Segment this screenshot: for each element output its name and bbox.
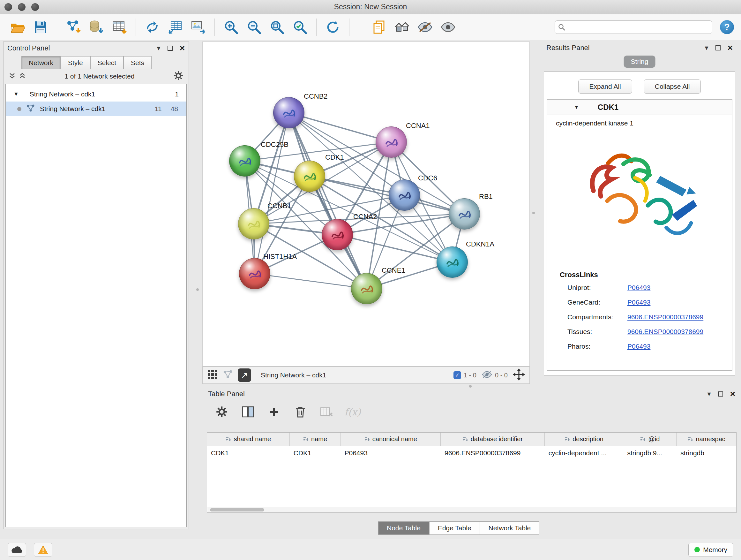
network-node-ccna1[interactable] xyxy=(376,126,407,158)
tab-style[interactable]: Style xyxy=(61,56,90,69)
tab-node-table[interactable]: Node Table xyxy=(378,521,429,535)
network-table-icon[interactable] xyxy=(165,17,186,38)
close-window-button[interactable] xyxy=(4,3,12,11)
crosslink-link-compartments[interactable]: 9606.ENSP00000378699 xyxy=(627,313,703,321)
network-node-cdc25b[interactable] xyxy=(229,145,260,177)
panel-menu-icon[interactable]: ▾ xyxy=(705,44,709,51)
search-input[interactable] xyxy=(568,23,705,31)
network-node-cdkn1a[interactable] xyxy=(436,246,468,278)
pan-move-icon[interactable] xyxy=(513,368,525,382)
cell-id[interactable]: stringdb:9... xyxy=(623,446,677,460)
warnings-button[interactable] xyxy=(34,543,52,557)
birdseye-home-icon[interactable] xyxy=(392,17,413,38)
function-builder-icon[interactable]: f(x) xyxy=(345,404,360,420)
close-panel-icon[interactable]: × xyxy=(180,43,185,53)
crosslink-link-genecard[interactable]: P06493 xyxy=(627,299,650,306)
float-panel-icon[interactable] xyxy=(716,45,721,51)
add-column-plus-icon[interactable] xyxy=(266,404,282,420)
network-collection-row[interactable]: ▼ String Network – cdk1 1 xyxy=(6,87,186,102)
cell-shared-name[interactable]: CDK1 xyxy=(207,446,290,460)
tab-edge-table[interactable]: Edge Table xyxy=(429,521,480,535)
memory-button[interactable]: Memory xyxy=(688,543,733,557)
maximize-window-button[interactable] xyxy=(31,3,39,11)
open-session-icon[interactable] xyxy=(7,17,28,38)
float-panel-icon[interactable] xyxy=(167,46,173,51)
collection-disclosure-icon[interactable]: ▼ xyxy=(13,91,19,98)
panel-menu-icon[interactable]: ▾ xyxy=(708,390,711,397)
delete-column-trash-icon[interactable] xyxy=(292,404,308,420)
birdseye-view-toggle[interactable]: ↗ xyxy=(238,368,251,382)
crosslink-link-pharos[interactable]: P06493 xyxy=(627,343,650,350)
crosslink-link-tissues[interactable]: 9606.ENSP00000378699 xyxy=(627,328,703,335)
expand-all-button[interactable]: Expand All xyxy=(578,79,632,94)
column-header[interactable]: namespac xyxy=(677,433,736,446)
show-graphics-details-icon[interactable] xyxy=(437,17,459,38)
network-options-gear-icon[interactable] xyxy=(173,71,184,82)
import-network-from-database-icon[interactable] xyxy=(86,17,107,38)
column-header[interactable]: canonical name xyxy=(341,433,441,446)
zoom-out-icon[interactable] xyxy=(244,17,265,38)
column-header[interactable]: name xyxy=(290,433,341,446)
tab-network-table[interactable]: Network Table xyxy=(480,521,540,535)
import-network-icon[interactable] xyxy=(63,17,84,38)
splitter-handle[interactable] xyxy=(469,385,472,388)
table-row[interactable]: CDK1 CDK1 P06493 9606.ENSP00000378699 cy… xyxy=(207,446,736,460)
column-header[interactable]: description xyxy=(545,433,623,446)
table-settings-gear-icon[interactable] xyxy=(214,404,230,420)
grid-view-icon[interactable] xyxy=(207,369,218,381)
column-header[interactable]: database identifier xyxy=(441,433,545,446)
string-results-tab[interactable]: String xyxy=(624,56,656,68)
export-image-icon[interactable] xyxy=(188,17,209,38)
tab-network[interactable]: Network xyxy=(21,56,61,69)
cell-database-identifier[interactable]: 9606.ENSP00000378699 xyxy=(441,446,545,460)
show-columns-icon[interactable] xyxy=(240,404,256,420)
zoom-in-icon[interactable] xyxy=(220,17,242,38)
zoom-selected-icon[interactable] xyxy=(289,17,311,38)
network-node-cdc6[interactable] xyxy=(389,179,420,211)
import-table-icon[interactable] xyxy=(109,17,130,38)
gene-header[interactable]: ▼ CDK1 xyxy=(547,100,732,115)
help-icon[interactable]: ? xyxy=(720,20,734,34)
crosslink-link-uniprot[interactable]: P06493 xyxy=(627,284,650,292)
network-node-hist1h1a[interactable] xyxy=(239,258,270,289)
float-panel-icon[interactable] xyxy=(718,391,723,396)
save-session-icon[interactable] xyxy=(30,17,51,38)
network-node-cdk1[interactable] xyxy=(294,161,325,192)
collapse-all-networks-icon[interactable] xyxy=(9,72,16,80)
network-node-ccnb1[interactable] xyxy=(238,208,269,240)
close-panel-icon[interactable]: × xyxy=(728,43,733,53)
network-node-ccna2[interactable] xyxy=(322,219,353,250)
collapse-all-button[interactable]: Collapse All xyxy=(644,79,701,94)
horizontal-scrollbar[interactable] xyxy=(207,507,736,512)
selected-checkbox-icon[interactable]: ✓ xyxy=(454,371,461,379)
new-network-from-selection-icon[interactable] xyxy=(142,17,163,38)
panel-menu-icon[interactable]: ▾ xyxy=(157,45,160,52)
delete-table-icon[interactable] xyxy=(319,404,334,420)
hide-graphics-details-icon[interactable] xyxy=(414,17,435,38)
minimize-window-button[interactable] xyxy=(18,3,25,11)
zoom-fit-icon[interactable] xyxy=(266,17,287,38)
gene-disclosure-icon[interactable]: ▼ xyxy=(574,104,579,111)
toolbar-search[interactable] xyxy=(555,20,712,34)
network-row-selected[interactable]: String Network – cdk1 11 48 xyxy=(6,102,186,116)
expand-all-networks-icon[interactable] xyxy=(19,72,26,80)
network-node-ccne1[interactable] xyxy=(351,273,382,304)
cell-namespace[interactable]: stringdb xyxy=(677,446,736,460)
splitter-handle[interactable] xyxy=(196,288,199,291)
share-network-icon[interactable] xyxy=(223,370,232,380)
cell-canonical-name[interactable]: P06493 xyxy=(341,446,441,460)
refresh-icon[interactable] xyxy=(322,17,343,38)
cloud-status-button[interactable] xyxy=(8,543,26,557)
cell-description[interactable]: cyclin-dependent ... xyxy=(545,446,623,460)
column-header[interactable]: @id xyxy=(623,433,677,446)
close-panel-icon[interactable]: × xyxy=(730,389,735,399)
column-header[interactable]: shared name xyxy=(207,433,290,446)
network-node-ccnb2[interactable] xyxy=(273,97,305,128)
snapshot-documents-icon[interactable] xyxy=(368,17,390,38)
network-node-rb1[interactable] xyxy=(449,198,480,230)
splitter-handle[interactable] xyxy=(532,212,535,214)
tab-select[interactable]: Select xyxy=(90,56,124,69)
tab-sets[interactable]: Sets xyxy=(124,56,151,69)
network-view-canvas[interactable]: CCNB2CCNA1CDC25BCDK1CDC6RB1CCNB1CCNA2CDK… xyxy=(202,42,530,367)
scrollbar-thumb[interactable] xyxy=(210,508,264,511)
